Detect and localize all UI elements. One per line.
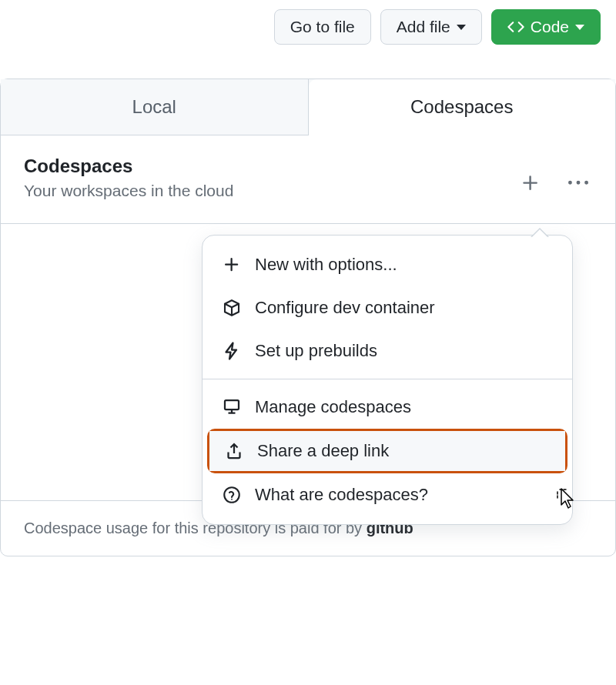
kebab-horizontal-icon — [568, 173, 588, 193]
svg-point-1 — [224, 487, 239, 503]
highlighted-menu-item: Share a deep link — [207, 429, 567, 473]
share-icon — [223, 440, 245, 462]
svg-point-2 — [231, 499, 233, 500]
menu-item-configure-dev-container[interactable]: Configure dev container — [203, 286, 572, 329]
question-icon — [221, 484, 243, 506]
container-icon — [221, 297, 243, 319]
menu-item-new-with-options[interactable]: New with options... — [203, 243, 572, 286]
menu-item-share-deep-link[interactable]: Share a deep link — [209, 431, 565, 471]
plus-icon — [521, 173, 541, 193]
panel-subtitle: Your workspaces in the cloud — [24, 182, 233, 200]
panel-title: Codespaces — [24, 155, 233, 177]
go-to-file-button[interactable]: Go to file — [274, 9, 371, 45]
add-file-button[interactable]: Add file — [380, 9, 482, 45]
caret-down-icon — [457, 25, 466, 30]
add-file-label: Add file — [397, 18, 450, 36]
menu-divider — [203, 379, 572, 379]
plus-icon — [221, 254, 243, 276]
menu-item-what-are-codespaces[interactable]: What are codespaces? — [203, 473, 572, 516]
code-button[interactable]: Code — [491, 9, 601, 45]
menu-item-manage-codespaces[interactable]: Manage codespaces — [203, 386, 572, 429]
codespaces-options-menu: New with options... Configure dev contai… — [202, 235, 573, 525]
zap-icon — [221, 340, 243, 362]
svg-rect-0 — [225, 400, 239, 409]
tab-codespaces[interactable]: Codespaces — [309, 79, 616, 135]
code-icon — [507, 18, 524, 35]
code-label: Code — [531, 18, 569, 36]
more-options-button[interactable] — [564, 169, 592, 197]
create-codespace-button[interactable] — [517, 169, 544, 197]
tab-local[interactable]: Local — [1, 79, 309, 135]
go-to-file-label: Go to file — [290, 18, 355, 36]
codespaces-icon — [221, 396, 243, 418]
menu-item-setup-prebuilds[interactable]: Set up prebuilds — [203, 329, 572, 373]
caret-down-icon — [575, 25, 584, 30]
